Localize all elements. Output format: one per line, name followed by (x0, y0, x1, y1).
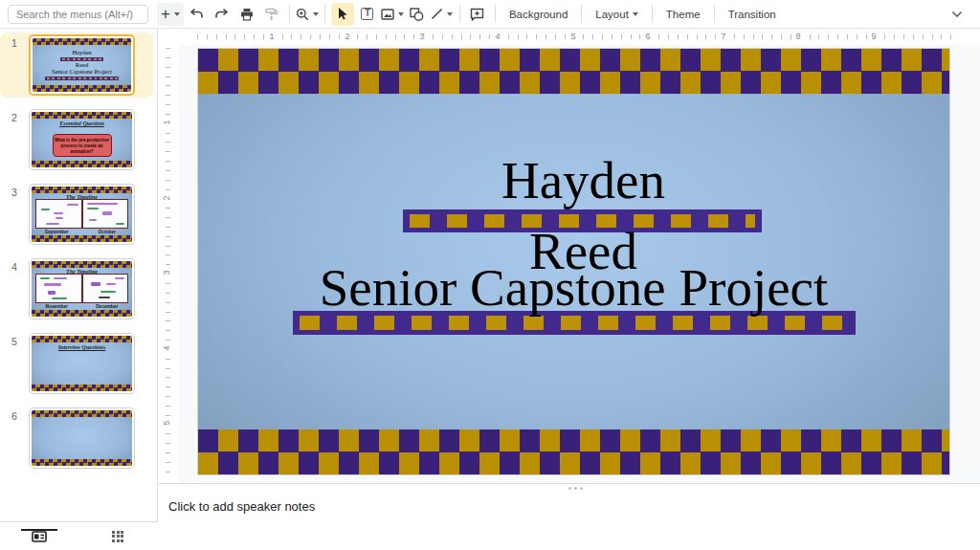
slide-number: 2 (0, 109, 29, 123)
ruler-number: 3 (416, 32, 427, 41)
chevron-down-icon (447, 12, 453, 16)
paint-roller-icon (265, 8, 278, 21)
slide-filmstrip-panel: 1 Hayden Reed Senior Capstone Project 2 … (0, 29, 158, 521)
slide-number: 4 (0, 258, 29, 273)
search-input[interactable] (8, 5, 148, 24)
select-tool-button[interactable] (331, 3, 354, 26)
checker-border (32, 336, 132, 342)
slide-thumbnail-3[interactable]: 3 The Timeline (0, 182, 153, 247)
slide-number: 6 (0, 407, 29, 422)
grid-view-icon (112, 531, 123, 542)
speaker-notes-placeholder[interactable]: Click to add speaker notes (168, 499, 315, 514)
hide-menus-button[interactable] (946, 3, 969, 26)
ruler-corner (158, 29, 179, 45)
checker-border (32, 261, 132, 268)
toolbar: + (0, 0, 980, 29)
ruler-number: 1 (162, 118, 171, 126)
toolbar-separator (714, 5, 715, 23)
ruler-number: 2 (162, 193, 171, 202)
month-label: November (32, 304, 82, 309)
ruler-number: 5 (568, 32, 578, 41)
layout-button[interactable]: Layout (587, 3, 647, 26)
theme-button[interactable]: Theme (657, 3, 709, 26)
chevron-down-icon (951, 11, 963, 18)
text-box-icon: T (361, 8, 373, 20)
checker-border (32, 187, 132, 193)
undo-button[interactable] (186, 3, 209, 26)
ruler-number: 6 (642, 32, 653, 41)
zoom-icon (296, 8, 309, 21)
calendar-box (35, 274, 82, 303)
question-box: What is the pre-production process to cr… (53, 134, 112, 157)
ruler-number: 1 (266, 32, 277, 41)
filmstrip-view-button[interactable] (0, 531, 78, 542)
print-button[interactable] (235, 3, 258, 26)
ruler-ticks (166, 48, 170, 476)
month-label: December (82, 304, 133, 309)
thumb-title: Essential Question (32, 121, 132, 126)
slide-thumbnail-1[interactable]: 1 Hayden Reed Senior Capstone Project (0, 33, 153, 98)
print-icon (240, 8, 254, 21)
ruler-number: 8 (792, 32, 803, 41)
redo-button[interactable] (211, 3, 234, 26)
shape-icon (410, 8, 424, 21)
shape-tool-button[interactable] (406, 3, 429, 26)
slide-thumbnail-5[interactable]: 5 Interview Questions (0, 331, 153, 396)
slide-thumbnail-2[interactable]: 2 Essential Question What is the pre-pro… (0, 107, 153, 172)
redo-icon (214, 8, 229, 20)
ruler-number: 4 (492, 32, 502, 41)
toolbar-separator (581, 5, 582, 23)
ruler-number: 2 (342, 32, 352, 41)
checker-border (32, 235, 132, 242)
cursor-arrow-icon (336, 7, 348, 21)
background-button[interactable]: Background (501, 3, 576, 26)
thumb-title-line: Hayden (33, 50, 131, 56)
text-box-tool-button[interactable]: T (356, 3, 379, 26)
ruler-number: 5 (162, 418, 171, 427)
new-slide-button[interactable]: + (157, 3, 184, 26)
comment-icon (470, 8, 484, 21)
slide-title-line[interactable]: Hayden (208, 154, 950, 207)
slide-canvas[interactable]: Hayden Reed Senior Capstone Project (197, 48, 950, 475)
checker-border (32, 161, 132, 167)
checker-border (32, 310, 132, 317)
toolbar-separator (495, 5, 496, 23)
toolbar-separator (289, 5, 290, 23)
line-icon (431, 8, 443, 20)
calendar-box (82, 199, 129, 229)
ruler-number: 9 (868, 32, 879, 41)
plus-icon: + (161, 6, 170, 22)
zoom-button[interactable] (296, 3, 319, 26)
grid-view-button[interactable] (78, 531, 157, 542)
calendar-box (82, 274, 129, 303)
thumb-title: Interview Questions (32, 344, 132, 350)
speaker-notes-panel[interactable]: Click to add speaker notes (158, 484, 980, 550)
slide-number: 3 (0, 184, 29, 198)
active-tab-indicator (21, 529, 57, 531)
checker-border-bottom (198, 429, 949, 474)
layout-label: Layout (595, 9, 629, 20)
slide-number: 5 (0, 333, 29, 347)
month-label: September (32, 230, 82, 234)
month-label: October (82, 230, 133, 234)
checker-border (32, 112, 132, 119)
notes-resize-handle[interactable] (568, 487, 583, 490)
canvas-workspace: 1 2 3 4 5 6 7 8 9 1 2 3 4 5 Hayden Reed (158, 29, 980, 483)
toolbar-separator (459, 5, 460, 23)
slide-title-line[interactable]: Senior Capstone Project (198, 261, 949, 314)
chevron-down-icon (398, 12, 404, 16)
checker-border (32, 410, 132, 417)
toolbar-separator (324, 5, 325, 23)
slide-thumbnail-6[interactable]: 6 (0, 406, 153, 471)
paint-format-button[interactable] (260, 3, 283, 26)
insert-comment-button[interactable] (466, 3, 489, 26)
ruler-number: 4 (162, 343, 171, 352)
ruler-number: 3 (162, 268, 171, 276)
image-icon (381, 9, 394, 20)
slide-thumbnail-4[interactable]: 4 The Timeline (0, 256, 153, 321)
ruler-number: 7 (718, 32, 728, 41)
transition-button[interactable]: Transition (720, 3, 785, 26)
checker-border (33, 38, 131, 45)
line-tool-button[interactable] (431, 3, 454, 26)
insert-image-button[interactable] (381, 3, 404, 26)
